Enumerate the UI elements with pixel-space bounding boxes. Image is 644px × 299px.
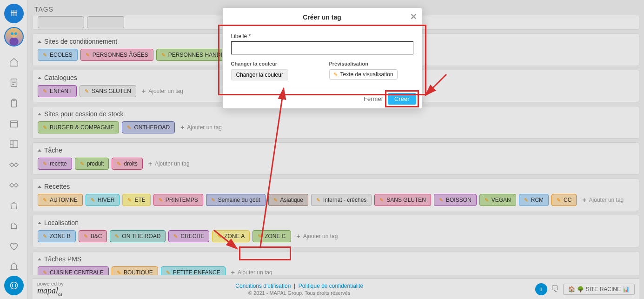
modal-header: Créer un tag ✕ bbox=[223, 8, 422, 27]
modal-preview-heading: Prévisualisation bbox=[329, 61, 413, 66]
modal-change-color-button[interactable]: Changer la couleur bbox=[231, 69, 288, 80]
modal-preview-tag: ✎ Texte de visualisation bbox=[329, 69, 398, 80]
modal-title: Créer un tag bbox=[303, 13, 341, 21]
modal-close-icon[interactable]: ✕ bbox=[410, 12, 417, 22]
pencil-icon: ✎ bbox=[333, 72, 338, 78]
modal-preview-text: Texte de visualisation bbox=[340, 71, 393, 78]
modal-color-heading: Changer la couleur bbox=[231, 61, 315, 66]
modal-label-libelle: Libellé * bbox=[231, 33, 413, 40]
modal-close-button[interactable]: Fermer bbox=[364, 95, 383, 102]
create-tag-modal: Créer un tag ✕ Libellé * Changer la coul… bbox=[222, 7, 422, 109]
modal-input-libelle[interactable] bbox=[231, 41, 413, 54]
modal-create-button[interactable]: Créer bbox=[388, 93, 416, 105]
